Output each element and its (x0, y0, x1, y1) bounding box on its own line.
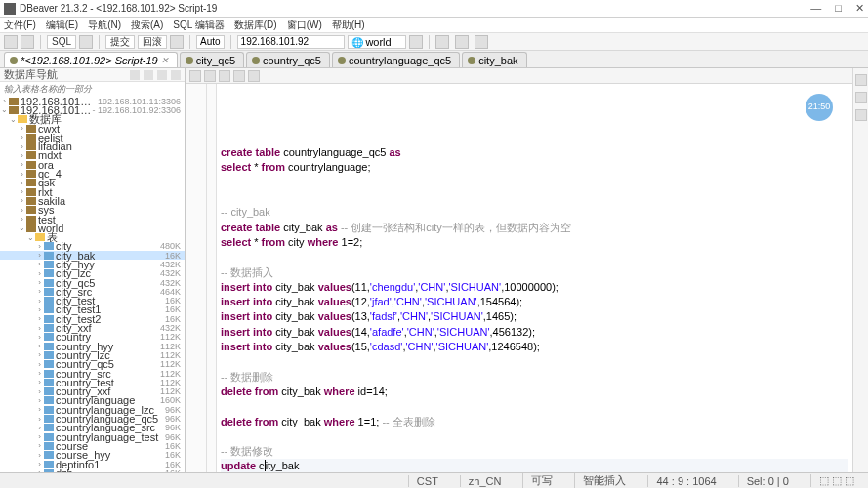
sql-dropdown[interactable] (79, 35, 93, 49)
expand-icon[interactable]: › (18, 160, 26, 169)
expand-icon[interactable]: ⌄ (18, 224, 26, 232)
editor-tab[interactable]: country_qc5 (246, 52, 330, 67)
expand-icon[interactable]: › (35, 350, 44, 359)
expand-icon[interactable]: › (35, 242, 44, 251)
close-icon[interactable]: ✕ (161, 56, 169, 65)
code-editor[interactable]: 21:50 create table countrylanguage_qc5 a… (217, 84, 852, 472)
expand-icon[interactable]: › (35, 287, 44, 296)
expand-icon[interactable]: › (18, 196, 26, 205)
filter-icon[interactable] (130, 70, 140, 80)
expand-icon[interactable]: › (35, 278, 44, 287)
code-line[interactable] (221, 176, 848, 190)
code-line[interactable] (221, 354, 848, 369)
expand-icon[interactable]: › (35, 305, 44, 314)
maximize-button[interactable]: □ (835, 2, 842, 15)
menu-item[interactable]: 窗口(W) (287, 19, 322, 32)
editor-tab[interactable]: city_bak (462, 52, 526, 67)
expand-icon[interactable]: › (35, 468, 44, 472)
code-line[interactable]: insert into city_bak values(15,'cdasd','… (221, 340, 848, 354)
expand-icon[interactable]: › (18, 142, 26, 151)
expand-icon[interactable]: › (35, 342, 44, 350)
expand-icon[interactable]: › (35, 424, 44, 432)
code-line[interactable]: select * from countrylanguage; (221, 160, 848, 175)
run-button[interactable] (189, 70, 201, 82)
code-line[interactable]: insert into city_bak values(13,'fadsf','… (221, 309, 848, 324)
expand-button[interactable] (248, 70, 260, 82)
code-line[interactable] (221, 250, 848, 264)
db-tree[interactable]: ›192.168.101.11- 192.168.101.11:3306⌄192… (0, 96, 185, 472)
expand-icon[interactable]: ⌄ (26, 233, 35, 242)
code-line[interactable]: -- 数据插入 (221, 265, 848, 280)
expand-icon[interactable]: ⌄ (0, 105, 9, 114)
code-line[interactable]: insert into city_bak values(14,'afadfe',… (221, 325, 848, 340)
expand-icon[interactable]: › (35, 405, 44, 414)
expand-icon[interactable]: › (35, 260, 44, 268)
expand-icon[interactable]: › (18, 187, 26, 196)
connection-combo[interactable]: 192.168.101.92 (237, 35, 345, 49)
menu-item[interactable]: 搜索(A) (131, 19, 163, 32)
vars-icon[interactable] (855, 109, 867, 121)
code-line[interactable] (221, 190, 848, 205)
schema-button[interactable] (409, 35, 423, 49)
menu-item[interactable]: 数据库(D) (234, 19, 277, 32)
expand-icon[interactable]: › (18, 124, 26, 133)
expand-icon[interactable]: › (18, 215, 26, 224)
code-line[interactable]: -- 数据删除 (221, 370, 848, 385)
code-line[interactable]: -- 数据修改 (221, 444, 848, 459)
menu-item[interactable]: 文件(F) (4, 19, 36, 32)
code-line[interactable]: create table countrylanguage_qc5 as (221, 145, 848, 160)
expand-icon[interactable]: › (0, 97, 9, 105)
expand-icon[interactable]: › (35, 441, 44, 450)
code-line[interactable] (221, 131, 848, 145)
expand-icon[interactable]: › (35, 314, 44, 323)
code-line[interactable]: create table city_bak as -- 创建一张结构和city一… (221, 221, 848, 235)
expand-icon[interactable]: ⌄ (9, 115, 18, 124)
menu-icon[interactable] (171, 70, 181, 80)
expand-icon[interactable]: › (35, 432, 44, 441)
code-line[interactable]: select * from city where 1=2; (221, 235, 848, 250)
expand-icon[interactable]: › (35, 324, 44, 333)
menu-item[interactable]: 导航(N) (88, 19, 121, 32)
minimize-button[interactable]: — (810, 2, 821, 15)
expand-icon[interactable]: › (35, 360, 44, 369)
expand-icon[interactable]: › (35, 451, 44, 460)
run-script-button[interactable] (204, 70, 216, 82)
link-icon[interactable] (144, 70, 153, 80)
expand-icon[interactable]: › (18, 206, 26, 215)
filter-input[interactable] (0, 82, 185, 96)
sql-button[interactable]: SQL (47, 35, 76, 49)
code-line[interactable]: delete from city_bak where id=14; (221, 385, 848, 399)
expand-icon[interactable]: › (35, 333, 44, 342)
expand-icon[interactable]: › (35, 378, 44, 386)
code-line[interactable]: delete from city_bak where 1=1; -- 全表删除 (221, 415, 848, 429)
new-script-button[interactable] (21, 35, 34, 49)
expand-icon[interactable]: › (35, 460, 44, 468)
close-button[interactable]: ✕ (855, 2, 864, 15)
expand-icon[interactable]: › (18, 179, 26, 187)
expand-icon[interactable]: › (35, 396, 44, 405)
expand-icon[interactable]: › (18, 151, 26, 160)
code-line[interactable]: update city_bak (221, 459, 848, 472)
code-line[interactable] (221, 429, 848, 444)
expand-icon[interactable]: › (18, 170, 26, 179)
search-button[interactable] (475, 35, 488, 49)
code-line[interactable]: -- city_bak (221, 205, 848, 220)
editor-tab[interactable]: *<192.168.101.92> Script-19✕ (4, 52, 178, 67)
menu-item[interactable]: 帮助(H) (332, 19, 365, 32)
expand-icon[interactable]: › (18, 133, 26, 142)
collapse-icon[interactable] (157, 70, 167, 80)
code-line[interactable]: insert into city_bak values(12,'jfad','C… (221, 295, 848, 309)
code-line[interactable] (221, 399, 848, 414)
editor-tab[interactable]: countrylanguage_qc5 (332, 52, 460, 67)
expand-icon[interactable]: › (35, 297, 44, 305)
expand-icon[interactable]: › (35, 415, 44, 424)
rollback-button[interactable]: 回滚 (138, 35, 167, 49)
nav-back[interactable] (435, 35, 449, 49)
code-line[interactable]: insert into city_bak values(11,'chengdu'… (221, 280, 848, 295)
txn-button[interactable] (170, 35, 184, 49)
panel-icon[interactable] (855, 92, 867, 103)
database-combo[interactable]: 🌐 world (348, 35, 406, 49)
nav-fwd[interactable] (455, 35, 469, 49)
editor-tab[interactable]: city_qc5 (180, 52, 244, 67)
new-conn-button[interactable] (4, 35, 18, 49)
